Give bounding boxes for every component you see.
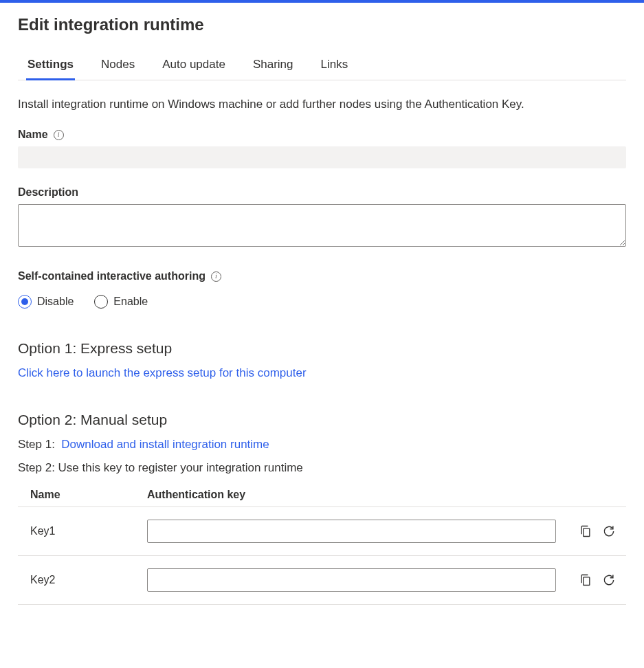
page-title: Edit integration runtime: [18, 15, 626, 34]
option1-heading: Option 1: Express setup: [18, 340, 626, 357]
col-header-name: Name: [18, 485, 135, 507]
download-ir-link[interactable]: Download and install integration runtime: [61, 438, 269, 451]
svg-rect-1: [583, 577, 589, 586]
regenerate-button[interactable]: [599, 521, 619, 542]
description-label: Description: [18, 186, 78, 199]
radio-disable-label: Disable: [37, 296, 74, 308]
authoring-radio-group: Disable Enable: [18, 295, 626, 309]
description-input[interactable]: [18, 204, 626, 247]
name-label: Name: [18, 129, 48, 141]
tab-links[interactable]: Links: [320, 54, 350, 80]
table-row: Key1: [18, 507, 626, 556]
tab-auto-update[interactable]: Auto update: [161, 54, 227, 80]
step2-line: Step 2: Use this key to register your in…: [18, 461, 626, 475]
col-header-authkey: Authentication key: [135, 485, 563, 507]
auth-key-input[interactable]: [147, 520, 556, 543]
info-icon[interactable]: i: [54, 130, 64, 140]
tab-bar: Settings Nodes Auto update Sharing Links: [18, 54, 626, 80]
refresh-icon: [602, 524, 616, 538]
radio-circle-icon: [18, 295, 32, 309]
copy-icon: [579, 573, 592, 587]
express-setup-link[interactable]: Click here to launch the express setup f…: [18, 366, 307, 379]
auth-key-table: Name Authentication key Key1: [18, 485, 626, 605]
name-input[interactable]: [18, 146, 626, 168]
step1-line: Step 1: Download and install integration…: [18, 438, 626, 452]
key-name-cell: Key1: [18, 507, 135, 556]
tab-sharing[interactable]: Sharing: [252, 54, 295, 80]
copy-button[interactable]: [575, 570, 596, 590]
tab-nodes[interactable]: Nodes: [100, 54, 136, 80]
radio-enable[interactable]: Enable: [94, 295, 148, 309]
authoring-label: Self-contained interactive authoring: [18, 270, 206, 282]
radio-enable-label: Enable: [113, 296, 148, 308]
regenerate-button[interactable]: [599, 570, 619, 590]
step1-prefix: Step 1:: [18, 438, 55, 451]
col-header-actions: [563, 485, 626, 507]
option2-heading: Option 2: Manual setup: [18, 412, 626, 428]
svg-rect-0: [583, 528, 589, 537]
copy-button[interactable]: [575, 521, 596, 542]
table-row: Key2: [18, 556, 626, 605]
authoring-label-row: Self-contained interactive authoring i: [18, 270, 221, 282]
key-name-cell: Key2: [18, 556, 135, 605]
info-icon[interactable]: i: [211, 271, 221, 282]
page-container: Edit integration runtime Settings Nodes …: [0, 3, 644, 625]
refresh-icon: [602, 573, 616, 587]
tab-settings[interactable]: Settings: [26, 54, 75, 80]
radio-circle-icon: [94, 295, 108, 309]
radio-dot-icon: [21, 298, 28, 305]
auth-key-input[interactable]: [147, 568, 556, 592]
intro-text: Install integration runtime on Windows m…: [18, 96, 626, 113]
copy-icon: [579, 524, 592, 538]
radio-disable[interactable]: Disable: [18, 295, 74, 309]
name-label-row: Name i: [18, 129, 64, 141]
